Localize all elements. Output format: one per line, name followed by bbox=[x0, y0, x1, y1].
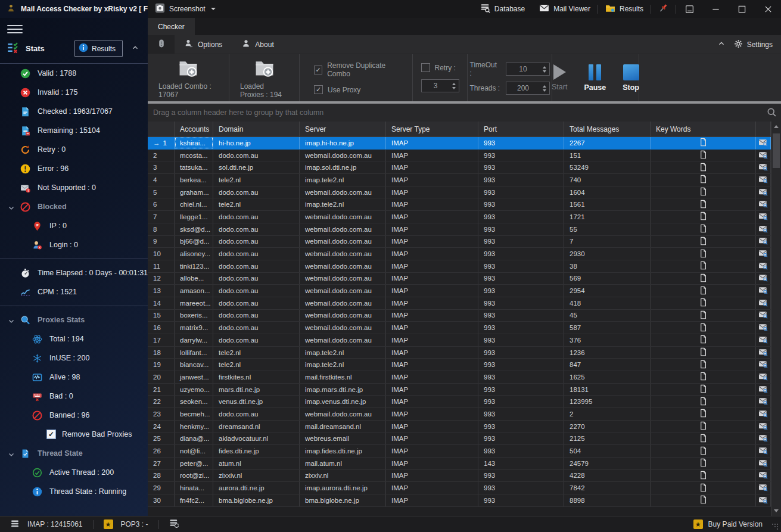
open-mail-viewer-cell[interactable] bbox=[756, 445, 771, 457]
keywords-cell[interactable] bbox=[651, 347, 756, 359]
port-cell[interactable]: 993 bbox=[478, 494, 564, 506]
scroll-up-button[interactable] bbox=[771, 122, 781, 132]
port-cell[interactable]: 993 bbox=[478, 211, 564, 223]
server-cell[interactable]: imap.tele2.nl bbox=[300, 174, 386, 186]
server-type-cell[interactable]: IMAP bbox=[386, 482, 478, 494]
server-cell[interactable]: imap.tele2.nl bbox=[300, 347, 386, 359]
total-messages-cell[interactable]: 1561 bbox=[564, 198, 651, 210]
table-row[interactable]: 10alisoney...dodo.com.auwebmail.dodo.com… bbox=[148, 248, 771, 260]
server-type-cell[interactable]: IMAP bbox=[386, 334, 478, 346]
keywords-cell[interactable] bbox=[651, 150, 756, 161]
total-messages-cell[interactable]: 1625 bbox=[564, 371, 651, 383]
open-mail-viewer-cell[interactable] bbox=[756, 347, 771, 359]
open-mail-viewer-cell[interactable] bbox=[756, 408, 771, 420]
domain-cell[interactable]: dodo.com.au bbox=[213, 211, 300, 223]
table-row[interactable]: 2mcosta...dodo.com.auwebmail.dodo.com.au… bbox=[148, 150, 771, 162]
account-cell[interactable]: allobe... bbox=[175, 273, 213, 285]
port-cell[interactable]: 993 bbox=[478, 186, 564, 198]
collapse-chevron-icon[interactable] bbox=[131, 43, 139, 54]
open-mail-viewer-cell[interactable] bbox=[756, 161, 771, 173]
account-cell[interactable]: hinata... bbox=[175, 482, 213, 494]
account-cell[interactable]: henkmy... bbox=[175, 421, 213, 433]
port-cell[interactable]: 993 bbox=[478, 470, 564, 482]
keywords-cell[interactable] bbox=[651, 334, 756, 346]
account-cell[interactable]: amason... bbox=[175, 285, 213, 297]
port-cell[interactable]: 143 bbox=[478, 458, 564, 469]
keywords-cell[interactable] bbox=[651, 408, 756, 420]
sidebar-results-button[interactable]: Results bbox=[74, 41, 123, 57]
total-messages-cell[interactable]: 4228 bbox=[564, 470, 651, 482]
keywords-cell[interactable] bbox=[651, 273, 756, 285]
domain-cell[interactable]: tele2.nl bbox=[213, 174, 300, 186]
server-type-cell[interactable]: IMAP bbox=[386, 223, 478, 235]
total-messages-cell[interactable]: 2125 bbox=[564, 433, 651, 445]
server-type-cell[interactable]: IMAP bbox=[386, 494, 478, 506]
table-row[interactable]: 5graham...dodo.com.auwebmail.dodo.com.au… bbox=[148, 186, 771, 199]
table-row[interactable]: 24henkmy...dreamsand.nlmail.dreamsand.nl… bbox=[148, 421, 771, 433]
keywords-cell[interactable] bbox=[651, 236, 756, 248]
keywords-cell[interactable] bbox=[651, 433, 756, 445]
server-cell[interactable]: mail.atum.nl bbox=[300, 458, 386, 469]
open-mail-viewer-cell[interactable] bbox=[756, 174, 771, 186]
table-row[interactable]: 27peter@...atum.nlmail.atum.nlIMAP143245… bbox=[148, 458, 771, 470]
tab-checker[interactable]: Checker bbox=[148, 18, 195, 35]
server-type-cell[interactable]: IMAP bbox=[386, 186, 478, 198]
total-messages-cell[interactable]: 418 bbox=[564, 297, 651, 309]
account-cell[interactable]: peter@... bbox=[175, 458, 213, 469]
threads-stepper[interactable]: 200 bbox=[506, 82, 550, 95]
port-cell[interactable]: 993 bbox=[478, 433, 564, 445]
keywords-cell[interactable] bbox=[651, 396, 756, 407]
account-cell[interactable]: boxeris... bbox=[175, 310, 213, 322]
account-cell[interactable]: matrix9... bbox=[175, 322, 213, 334]
keywords-cell[interactable] bbox=[651, 384, 756, 396]
port-cell[interactable]: 993 bbox=[478, 174, 564, 186]
server-type-cell[interactable]: IMAP bbox=[386, 310, 478, 322]
server-cell[interactable]: webreus.email bbox=[300, 433, 386, 445]
account-cell[interactable]: fn4fc2... bbox=[175, 494, 213, 506]
domain-cell[interactable]: dodo.com.au bbox=[213, 297, 300, 309]
table-row[interactable]: 21uzyemo...mars.dti.ne.jpimap.mars.dti.n… bbox=[148, 384, 771, 396]
account-cell[interactable]: graham... bbox=[175, 186, 213, 198]
load-proxies-button[interactable]: Loaded Proxies : 194 bbox=[237, 57, 292, 99]
port-cell[interactable]: 993 bbox=[478, 297, 564, 309]
account-cell[interactable]: mareeot... bbox=[175, 297, 213, 309]
table-row[interactable]: 15boxeris...dodo.com.auwebmail.dodo.com.… bbox=[148, 310, 771, 322]
total-messages-cell[interactable]: 2270 bbox=[564, 421, 651, 433]
scrollbar-thumb[interactable] bbox=[773, 133, 780, 168]
domain-cell[interactable]: hi-ho.ne.jp bbox=[213, 137, 300, 149]
server-cell[interactable]: webmail.dodo.com.au bbox=[300, 150, 386, 161]
server-type-cell[interactable]: IMAP bbox=[386, 137, 478, 149]
table-row[interactable]: 30fn4fc2...bma.biglobe.ne.jpbma.biglobe.… bbox=[148, 494, 771, 507]
domain-cell[interactable]: dodo.com.au bbox=[213, 285, 300, 297]
port-cell[interactable]: 993 bbox=[478, 322, 564, 334]
domain-cell[interactable]: tele2.nl bbox=[213, 198, 300, 210]
domain-cell[interactable]: tele2.nl bbox=[213, 359, 300, 371]
total-messages-cell[interactable]: 847 bbox=[564, 359, 651, 371]
close-button[interactable] bbox=[755, 0, 781, 18]
server-cell[interactable]: webmail.dodo.com.au bbox=[300, 260, 386, 272]
total-messages-cell[interactable]: 569 bbox=[564, 273, 651, 285]
keywords-cell[interactable] bbox=[651, 359, 756, 371]
server-type-cell[interactable]: IMAP bbox=[386, 458, 478, 469]
domain-cell[interactable]: dodo.com.au bbox=[213, 273, 300, 285]
domain-cell[interactable]: tele2.nl bbox=[213, 347, 300, 359]
server-cell[interactable]: imap.mars.dti.ne.jp bbox=[300, 384, 386, 396]
open-mail-viewer-cell[interactable] bbox=[756, 285, 771, 297]
screenshot-button[interactable]: Screenshot bbox=[148, 0, 223, 18]
keywords-cell[interactable] bbox=[651, 260, 756, 272]
keywords-cell[interactable] bbox=[651, 223, 756, 235]
open-mail-viewer-cell[interactable] bbox=[756, 137, 771, 149]
table-row[interactable]: 25diana@...akladvocatuur.nlwebreus.email… bbox=[148, 433, 771, 446]
table-row[interactable]: →1kshirai...hi-ho.ne.jpimap.hi-ho.ne.jpI… bbox=[148, 137, 771, 150]
port-cell[interactable]: 993 bbox=[478, 223, 564, 235]
collapse-ribbon-icon[interactable] bbox=[717, 39, 726, 49]
domain-cell[interactable]: atum.nl bbox=[213, 458, 300, 469]
keywords-cell[interactable] bbox=[651, 211, 756, 223]
column-header-port[interactable]: Port bbox=[478, 122, 564, 136]
domain-cell[interactable]: dodo.com.au bbox=[213, 223, 300, 235]
keywords-cell[interactable] bbox=[651, 186, 756, 198]
server-cell[interactable]: webmail.dodo.com.au bbox=[300, 236, 386, 248]
server-type-cell[interactable]: IMAP bbox=[386, 421, 478, 433]
account-cell[interactable]: tinki123... bbox=[175, 260, 213, 272]
total-messages-cell[interactable]: 24579 bbox=[564, 458, 651, 469]
